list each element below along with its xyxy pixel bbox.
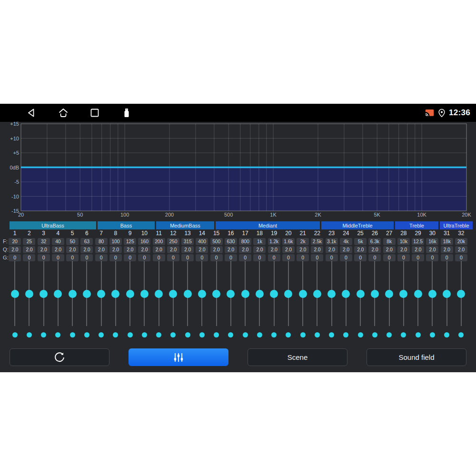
gain-slider-10[interactable]	[137, 261, 151, 338]
gain-slider-26[interactable]	[367, 261, 382, 338]
band-header-mediumbass[interactable]: MediumBass	[156, 221, 214, 229]
g-value-box[interactable]: 0	[225, 254, 237, 261]
q-value-box[interactable]: 2.0	[153, 246, 165, 253]
g-value-box[interactable]: 0	[167, 254, 179, 261]
f-value-box[interactable]: 20k	[455, 238, 467, 245]
g-value-box[interactable]: 0	[311, 254, 323, 261]
slider-knob[interactable]	[83, 290, 91, 298]
g-value-box[interactable]: 0	[80, 254, 93, 261]
slider-knob[interactable]	[241, 290, 249, 298]
f-value-box[interactable]: 1.6k	[282, 238, 295, 245]
f-value-box[interactable]: 1k	[253, 238, 266, 245]
channel-dot[interactable]	[84, 332, 89, 337]
slider-knob[interactable]	[385, 290, 393, 298]
slider-knob[interactable]	[256, 290, 264, 298]
slider-knob[interactable]	[327, 290, 336, 298]
slider-knob[interactable]	[97, 290, 105, 298]
f-value-box[interactable]: 6.3k	[368, 238, 381, 245]
q-value-box[interactable]: 2.0	[412, 246, 424, 253]
band-header-ultratreble[interactable]: UltraTreble	[440, 221, 473, 229]
gain-slider-14[interactable]	[195, 261, 209, 338]
reset-button[interactable]	[10, 348, 109, 366]
q-value-box[interactable]: 2.0	[138, 246, 150, 253]
f-value-box[interactable]: 315	[181, 238, 194, 245]
slider-knob[interactable]	[428, 290, 436, 298]
q-value-box[interactable]: 2.0	[196, 246, 208, 253]
g-value-box[interactable]: 0	[153, 254, 165, 261]
q-value-box[interactable]: 2.0	[455, 246, 467, 253]
gain-slider-16[interactable]	[224, 261, 238, 338]
f-value-box[interactable]: 2k	[297, 238, 309, 245]
g-value-box[interactable]: 0	[368, 254, 381, 261]
gain-slider-17[interactable]	[238, 261, 252, 338]
channel-dot[interactable]	[142, 332, 147, 337]
home-icon[interactable]	[58, 107, 69, 119]
f-value-box[interactable]: 63	[80, 238, 93, 245]
slider-knob[interactable]	[443, 290, 451, 298]
f-value-box[interactable]: 250	[167, 238, 179, 245]
channel-dot[interactable]	[430, 332, 435, 337]
usb-icon[interactable]	[121, 107, 132, 119]
q-value-box[interactable]: 2.0	[52, 246, 64, 253]
f-value-box[interactable]: 2.5k	[311, 238, 323, 245]
gain-slider-21[interactable]	[296, 261, 310, 338]
gain-slider-5[interactable]	[65, 261, 79, 338]
q-value-box[interactable]: 2.0	[95, 246, 108, 253]
scene-button[interactable]: Scene	[248, 348, 347, 366]
q-value-box[interactable]: 2.0	[80, 246, 93, 253]
channel-dot[interactable]	[214, 332, 219, 337]
band-header-treble[interactable]: Treble	[395, 221, 438, 229]
f-value-box[interactable]: 3.1k	[326, 238, 338, 245]
q-value-box[interactable]: 2.0	[253, 246, 266, 253]
equalizer-button[interactable]	[129, 348, 228, 366]
q-value-box[interactable]: 2.0	[167, 246, 179, 253]
slider-knob[interactable]	[126, 290, 134, 298]
f-value-box[interactable]: 12.5	[412, 238, 424, 245]
channel-dot[interactable]	[243, 332, 248, 337]
f-value-box[interactable]: 400	[196, 238, 208, 245]
channel-dot[interactable]	[199, 332, 205, 337]
g-value-box[interactable]: 0	[9, 254, 21, 261]
f-value-box[interactable]: 160	[138, 238, 150, 245]
recents-icon[interactable]	[89, 107, 100, 119]
f-value-box[interactable]: 80	[95, 238, 108, 245]
slider-knob[interactable]	[212, 290, 220, 298]
slider-knob[interactable]	[184, 290, 192, 298]
q-value-box[interactable]: 2.0	[368, 246, 381, 253]
f-value-box[interactable]: 5k	[354, 238, 367, 245]
g-value-box[interactable]: 0	[210, 254, 223, 261]
gain-slider-2[interactable]	[22, 261, 36, 338]
gain-slider-25[interactable]	[353, 261, 367, 338]
channel-dot[interactable]	[41, 332, 46, 337]
g-value-box[interactable]: 0	[239, 254, 251, 261]
slider-knob[interactable]	[227, 290, 235, 298]
q-value-box[interactable]: 2.0	[239, 246, 251, 253]
f-value-box[interactable]: 125	[124, 238, 136, 245]
g-value-box[interactable]: 0	[397, 254, 410, 261]
f-value-box[interactable]: 40	[52, 238, 64, 245]
q-value-box[interactable]: 2.0	[383, 246, 396, 253]
gain-slider-3[interactable]	[37, 261, 51, 338]
channel-dot[interactable]	[99, 332, 104, 337]
channel-dot[interactable]	[286, 332, 291, 337]
gain-slider-29[interactable]	[411, 261, 425, 338]
channel-dot[interactable]	[300, 332, 306, 337]
f-value-box[interactable]: 16k	[426, 238, 438, 245]
gain-slider-1[interactable]	[8, 261, 22, 338]
channel-dot[interactable]	[27, 332, 32, 337]
q-value-box[interactable]: 2.0	[66, 246, 79, 253]
gain-slider-24[interactable]	[339, 261, 353, 338]
gain-slider-6[interactable]	[79, 261, 94, 338]
channel-dot[interactable]	[444, 332, 449, 337]
slider-knob[interactable]	[342, 290, 350, 298]
channel-dot[interactable]	[358, 332, 363, 337]
channel-dot[interactable]	[70, 332, 75, 337]
slider-knob[interactable]	[399, 290, 407, 298]
q-value-box[interactable]: 2.0	[109, 246, 122, 253]
back-icon[interactable]	[26, 107, 37, 119]
g-value-box[interactable]: 0	[354, 254, 367, 261]
slider-knob[interactable]	[40, 290, 48, 298]
q-value-box[interactable]: 2.0	[124, 246, 136, 253]
q-value-box[interactable]: 2.0	[9, 246, 21, 253]
gain-slider-20[interactable]	[281, 261, 296, 338]
